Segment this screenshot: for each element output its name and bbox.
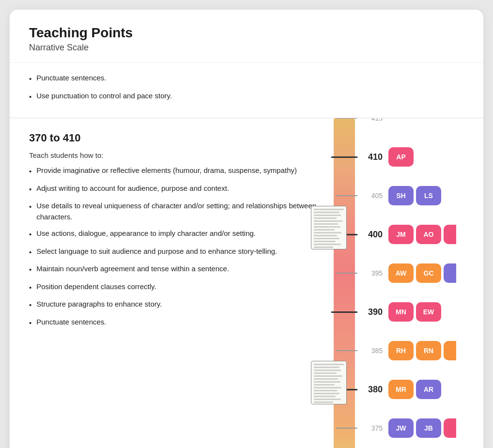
document-thumbnail	[311, 206, 347, 249]
document-thumbnail	[311, 361, 347, 404]
scale-row-415: 415	[357, 118, 483, 128]
scale-row-395: 395AWGC	[357, 263, 483, 283]
tick-395	[336, 273, 357, 274]
range-title: 370 to 410	[29, 132, 322, 144]
badge-385-2[interactable]	[444, 341, 456, 360]
badge-390-MN[interactable]: MN	[388, 302, 414, 322]
badge-380-AR[interactable]: AR	[416, 380, 441, 399]
badge-395-AW[interactable]: AW	[388, 263, 414, 283]
scale-row-390: 390MNEW	[357, 302, 483, 322]
scale-number-375: 375	[357, 424, 383, 432]
badge-390-EW[interactable]: EW	[416, 302, 441, 322]
page-subtitle: Narrative Scale	[29, 43, 464, 53]
badge-375-2[interactable]	[444, 418, 456, 438]
badge-405-SH[interactable]: SH	[388, 186, 414, 205]
bullet-7: •Structure paragraphs to enhance story.	[29, 299, 322, 311]
numbers-badges-col: 415410AP405SHLS400JMAO395AWGC390MNEW385R…	[357, 118, 483, 448]
badge-405-LS[interactable]: LS	[416, 186, 441, 205]
bullet-2: •Use details to reveal uniqueness of cha…	[29, 201, 322, 222]
badge-375-JB[interactable]: JB	[416, 418, 441, 438]
scale-number-405: 405	[357, 192, 383, 200]
tick-410	[331, 156, 357, 158]
scale-row-400: 400JMAO	[357, 225, 483, 244]
top-bullet-1: • Punctuate sentences.	[29, 73, 464, 85]
badge-380-MR[interactable]: MR	[388, 380, 414, 399]
scale-number-410: 410	[357, 152, 383, 162]
badge-395-GC[interactable]: GC	[416, 263, 441, 283]
bullet-8: •Punctuate sentences.	[29, 317, 322, 329]
bullet-1: •Adjust writing to account for audience,…	[29, 183, 322, 195]
scale-row-385: 385RHRN	[357, 341, 483, 360]
text-column: 370 to 410 Teach students how to: •Provi…	[10, 118, 331, 448]
card-header: Teaching Points Narrative Scale	[10, 10, 483, 63]
badge-385-RN[interactable]: RN	[416, 341, 441, 360]
page-title: Teaching Points	[29, 25, 464, 41]
badge-395-2[interactable]	[444, 263, 456, 283]
badge-400-2[interactable]	[444, 225, 456, 244]
bullet-4: •Select language to suit audience and pu…	[29, 246, 322, 258]
bullet-0: •Provide imaginative or reflective eleme…	[29, 165, 322, 177]
tick-375	[336, 428, 357, 429]
scale-number-380: 380	[357, 385, 383, 395]
top-bullet-2: • Use punctuation to control and pace st…	[29, 91, 464, 103]
scale-row-375: 375JWJB	[357, 418, 483, 438]
scale-number-415: 415	[357, 118, 383, 122]
bullets-container: •Provide imaginative or reflective eleme…	[29, 165, 322, 328]
badge-410-AP[interactable]: AP	[388, 147, 414, 167]
badge-400-AO[interactable]: AO	[416, 225, 441, 244]
badge-375-JW[interactable]: JW	[388, 418, 414, 438]
scale-row-405: 405SHLS	[357, 186, 483, 205]
tick-390	[331, 311, 357, 313]
tick-385	[336, 350, 357, 351]
scale-number-395: 395	[357, 269, 383, 277]
badge-385-RH[interactable]: RH	[388, 341, 414, 360]
scale-row-410: 410AP	[357, 147, 483, 167]
tick-405	[336, 195, 357, 196]
bullet-6: •Position dependent clauses correctly.	[29, 281, 322, 294]
badge-400-JM[interactable]: JM	[388, 225, 414, 244]
scale-number-400: 400	[357, 230, 383, 240]
teach-label: Teach students how to:	[29, 151, 322, 159]
tick-415	[336, 118, 357, 119]
bullet-5: •Maintain noun/verb agreement and tense …	[29, 263, 322, 276]
teaching-points-card: Teaching Points Narrative Scale • Punctu…	[10, 10, 483, 448]
scale-number-385: 385	[357, 347, 383, 355]
top-section: • Punctuate sentences. • Use punctuation…	[10, 63, 483, 118]
bullet-3: •Use actions, dialogue, appearance to im…	[29, 228, 322, 240]
scale-row-380: 380MRAR	[357, 380, 483, 399]
main-area: 370 to 410 Teach students how to: •Provi…	[10, 118, 483, 448]
scale-number-390: 390	[357, 307, 383, 317]
